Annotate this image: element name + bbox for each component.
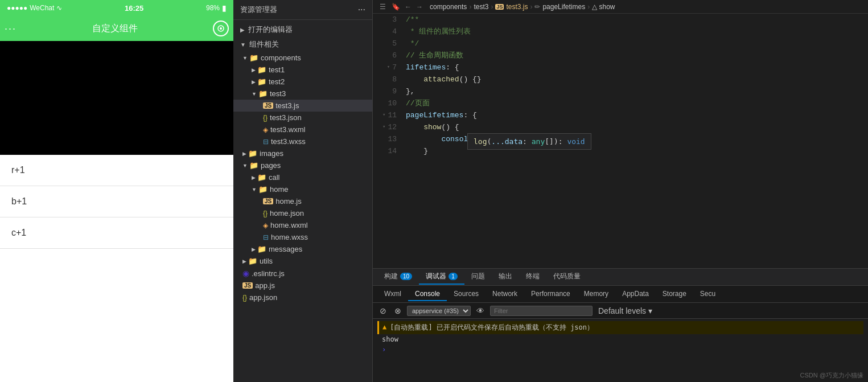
bookmark-icon[interactable]: 🔖: [392, 3, 400, 11]
tab-problems[interactable]: 问题: [464, 269, 492, 285]
back-icon[interactable]: ←: [405, 3, 412, 11]
code-content[interactable]: /** * 组件的属性列表 */ // 生命周期函数 lifetimes: { …: [401, 14, 868, 268]
list-item-r[interactable]: r+1: [0, 155, 233, 186]
warning-icon: ▲: [382, 323, 386, 331]
section-open-editors[interactable]: ▶ 打开的编辑器: [233, 22, 372, 37]
folder-home[interactable]: ▼ 📁 home: [233, 183, 372, 195]
phone-title: 自定义组件: [17, 23, 213, 35]
folder-label: test1: [269, 65, 285, 74]
folder-images[interactable]: ▶ 📁 images: [233, 147, 372, 159]
folder-call[interactable]: ▶ 📁 call: [233, 171, 372, 183]
ln-10: 10: [377, 97, 397, 109]
folder-label: test2: [269, 77, 285, 86]
folder-icon: 📁: [257, 77, 266, 86]
folder-label: components: [261, 54, 301, 62]
arrow-icon: ▶: [242, 258, 246, 264]
console-expand-arrow[interactable]: ›: [377, 344, 863, 355]
console-output: ▲ [自动热重载] 已开启代码文件保存后自动热重载（不支持 json） show…: [373, 319, 868, 382]
eye-button[interactable]: 👁: [474, 305, 487, 317]
default-levels-button[interactable]: Default levels ▾: [596, 305, 655, 317]
list-item-c[interactable]: c+1: [0, 217, 233, 249]
folder-utils[interactable]: ▶ 📁 utils: [233, 255, 372, 267]
folder-test2[interactable]: ▶ 📁 test2: [233, 76, 372, 88]
bottom-panel-tabs: 构建 10 调试器 1 问题 输出 终端 代码质量: [373, 269, 868, 286]
ln-5: 5: [377, 38, 397, 50]
tab-debugger[interactable]: 调试器 1: [419, 269, 464, 285]
json-icon: {}: [263, 210, 268, 217]
forward-icon[interactable]: →: [416, 3, 423, 11]
arrow-icon: ▼: [242, 163, 248, 169]
dots-menu-icon[interactable]: ···: [5, 23, 17, 35]
file-appjson[interactable]: {} app.json: [233, 291, 372, 303]
camera-button[interactable]: [213, 20, 229, 36]
devtools-tab-performance[interactable]: Performance: [524, 287, 577, 301]
wxml-icon: ◈: [263, 126, 268, 134]
folder-label: images: [260, 149, 283, 158]
context-selector[interactable]: appservice (#35): [407, 306, 471, 316]
code-line-7: lifetimes: {: [406, 61, 863, 73]
devtools-tab-network[interactable]: Network: [486, 287, 524, 301]
clear-console-button[interactable]: ⊘: [377, 305, 389, 317]
file-test3-json[interactable]: {} test3.json: [233, 112, 372, 124]
folder-label: pages: [261, 161, 281, 170]
phone-simulator: ●●●●● WeChat ∿ 16:25 98% ▮ ··· 自定义组件 r+1…: [0, 0, 233, 382]
devtools-tab-appdata[interactable]: AppData: [615, 287, 656, 301]
wifi-icon: ∿: [56, 4, 62, 12]
file-test3-js[interactable]: JS test3.js: [233, 100, 372, 112]
folder-pages[interactable]: ▼ 📁 pages: [233, 159, 372, 171]
list-item-b[interactable]: b+1: [0, 186, 233, 217]
file-test3-wxss[interactable]: ⊟ test3.wxss: [233, 135, 372, 147]
arrow-icon: ›: [382, 346, 386, 354]
tab-build[interactable]: 构建 10: [377, 269, 419, 285]
arrow-icon: ▶: [252, 175, 256, 180]
ln-num: 9: [392, 85, 397, 97]
folder-messages[interactable]: ▶ 📁 messages: [233, 243, 372, 255]
code-line-10: //页面: [406, 97, 863, 109]
ln-num: 6: [392, 50, 397, 61]
tab-output[interactable]: 输出: [492, 269, 519, 285]
code-line-5: */: [406, 38, 863, 50]
ln-num: 4: [392, 26, 397, 38]
folder-test3[interactable]: ▼ 📁 test3: [233, 88, 372, 100]
folder-icon: 📁: [248, 149, 257, 158]
code-editor[interactable]: 3 4 5 6 ▾7 8 9 10 ▾11 ▾12 13 14 /** * 组件…: [373, 14, 868, 268]
file-home-json[interactable]: {} home.json: [233, 207, 372, 219]
code-line-9: },: [406, 85, 863, 97]
folder-components[interactable]: ▼ 📁 components: [233, 52, 372, 64]
file-home-js[interactable]: JS home.js: [233, 195, 372, 207]
status-time: 16:25: [125, 4, 143, 13]
devtools-tab-sources[interactable]: Sources: [447, 287, 486, 301]
folder-label: messages: [269, 245, 302, 253]
filter-input[interactable]: [490, 306, 593, 316]
file-label: .eslintrc.js: [252, 269, 285, 278]
tab-terminal[interactable]: 终端: [519, 269, 546, 285]
file-home-wxml[interactable]: ◈ home.wxml: [233, 219, 372, 231]
devtools-tab-secu[interactable]: Secu: [693, 287, 722, 301]
stop-button[interactable]: ⊗: [392, 305, 404, 317]
devtools-toolbar: ⊘ ⊗ appservice (#35) 👁 Default levels ▾: [373, 303, 868, 319]
file-label: home.wxml: [270, 221, 308, 229]
breadcrumb-sep2: ›: [491, 3, 493, 11]
ln-13: 13: [377, 133, 397, 145]
file-home-wxss[interactable]: ⊟ home.wxss: [233, 231, 372, 243]
devtools-tab-console[interactable]: Console: [408, 287, 447, 301]
collapse-arrow[interactable]: ▾: [387, 61, 390, 73]
file-panel-more-icon[interactable]: ···: [358, 5, 365, 15]
tab-code-quality[interactable]: 代码质量: [546, 269, 587, 285]
file-eslintrc[interactable]: ◉ .eslintrc.js: [233, 267, 372, 280]
file-test3-wxml[interactable]: ◈ test3.wxml: [233, 124, 372, 135]
section-label: 打开的编辑器: [248, 24, 293, 35]
nav-icon[interactable]: ☰: [380, 3, 386, 11]
collapse-arrow[interactable]: ▾: [382, 109, 385, 121]
folder-icon: 📁: [257, 173, 266, 182]
section-components[interactable]: ▼ 组件相关: [233, 37, 372, 52]
folder-label: call: [269, 173, 280, 182]
devtools-tab-memory[interactable]: Memory: [577, 287, 615, 301]
devtools-tab-storage[interactable]: Storage: [656, 287, 693, 301]
file-appjs[interactable]: JS app.js: [233, 280, 372, 291]
folder-test1[interactable]: ▶ 📁 test1: [233, 64, 372, 76]
collapse-arrow[interactable]: ▾: [382, 121, 385, 133]
devtools-tab-wxml[interactable]: Wxml: [377, 287, 408, 301]
warning-text: [自动热重载] 已开启代码文件保存后自动热重载（不支持 json）: [390, 323, 594, 332]
ln-num: 14: [388, 145, 397, 157]
